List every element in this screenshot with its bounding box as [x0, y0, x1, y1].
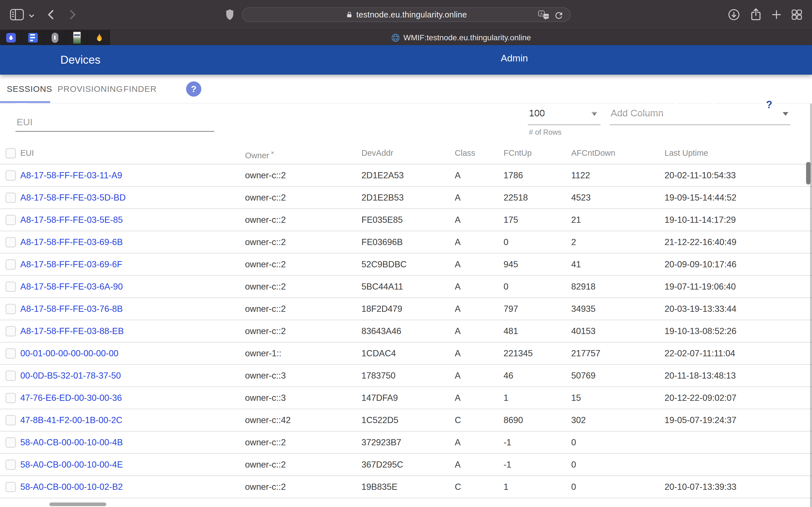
address-bar[interactable]: testnode.eu.thingularity.online A: [242, 7, 571, 22]
col-owner[interactable]: Owner×: [245, 142, 274, 164]
devaddr-cell: 52C9BDBC: [361, 253, 407, 275]
downloads-button[interactable]: [727, 8, 741, 21]
eui-link[interactable]: 47-8B-41-F2-00-1B-00-2C: [20, 409, 122, 431]
table-row: A8-17-58-FF-FE-03-5D-BD owner-c::2 2D1E2…: [0, 187, 812, 209]
row-checkbox[interactable]: [6, 304, 16, 314]
eui-link[interactable]: 00-0D-B5-32-01-78-37-50: [20, 365, 121, 386]
row-checkbox[interactable]: [6, 282, 16, 292]
class-cell: A: [455, 187, 461, 209]
pinned-tab-pill[interactable]: [44, 30, 66, 45]
row-checkbox[interactable]: [6, 193, 16, 203]
refresh-button[interactable]: [704, 98, 718, 112]
back-button[interactable]: [45, 8, 58, 21]
shield-extension-icon[interactable]: [224, 8, 236, 22]
row-checkbox[interactable]: [6, 326, 16, 336]
row-checkbox[interactable]: [6, 482, 16, 492]
eui-link[interactable]: 58-A0-CB-00-00-10-02-B2: [20, 476, 123, 498]
vertical-scrollbar-thumb[interactable]: [806, 162, 811, 184]
col-devaddr[interactable]: DevAddr: [361, 142, 393, 164]
uptime-cell: 19-05-07-19:24:37: [665, 409, 737, 431]
eui-link[interactable]: 47-76-E6-ED-00-30-00-36: [20, 387, 122, 409]
eui-link[interactable]: A8-17-58-FF-FE-03-69-6F: [20, 253, 122, 275]
devaddr-cell: 2D1E2B53: [361, 187, 404, 209]
class-cell: C: [455, 476, 461, 498]
row-checkbox[interactable]: [6, 460, 16, 470]
eui-link[interactable]: A8-17-58-FF-FE-03-5E-85: [20, 209, 123, 231]
class-cell: C: [455, 409, 461, 431]
col-last-uptime[interactable]: Last Uptime: [665, 142, 708, 164]
remove-column-icon[interactable]: ×: [271, 149, 274, 156]
sidebar-chevron-down-icon[interactable]: [28, 13, 35, 18]
table-controls: EUI ? 100 # of Rows Add Column: [0, 104, 812, 142]
uptime-cell: 22-02-07-11:11:04: [665, 342, 735, 364]
tab-overview-button[interactable]: [791, 8, 803, 21]
tab-bar: WMIF:testnode.eu.thingularity.online: [0, 30, 812, 45]
owner-cell: owner-c::2: [245, 432, 286, 453]
fcntup-cell: 481: [504, 320, 518, 342]
account-select[interactable]: Admin: [501, 45, 528, 71]
translate-icon[interactable]: A: [538, 10, 550, 20]
pinned-tab-flame[interactable]: [88, 30, 110, 45]
pinned-tab-list[interactable]: [22, 30, 44, 45]
table-row: 47-76-E6-ED-00-30-00-36 owner-c::3 147DF…: [0, 387, 812, 409]
forward-button[interactable]: [65, 8, 79, 21]
row-checkbox[interactable]: [6, 215, 16, 225]
vertical-scrollbar-track[interactable]: [810, 45, 812, 507]
owner-cell: owner-1::: [245, 342, 282, 364]
tab-finder[interactable]: FINDER: [123, 75, 157, 103]
col-owner-label: Owner: [245, 151, 269, 160]
col-fcntup[interactable]: FCntUp: [504, 142, 532, 164]
tab-provisioning[interactable]: PROVISIONING: [57, 75, 123, 103]
sidebar-toggle-icon[interactable]: [10, 8, 24, 21]
eui-link[interactable]: 58-A0-CB-00-00-10-00-4B: [20, 432, 123, 453]
uptime-cell: 19-09-15-14:44:52: [665, 187, 737, 209]
col-eui[interactable]: EUI: [20, 142, 34, 164]
owner-cell: owner-c::2: [245, 276, 286, 297]
add-column-chevron-down-icon[interactable]: [783, 112, 788, 116]
table-row: 58-A0-CB-00-00-10-00-4E owner-c::2 367D2…: [0, 454, 812, 476]
tab-sessions[interactable]: SESSIONS: [7, 75, 52, 103]
menu-icon[interactable]: [15, 98, 28, 110]
tabs-help-button[interactable]: ?: [186, 81, 201, 97]
reload-icon[interactable]: [554, 10, 564, 20]
eui-link[interactable]: A8-17-58-FF-FE-03-5D-BD: [20, 187, 126, 209]
table-body: A8-17-58-FF-FE-03-11-A9 owner-c::2 2D1E2…: [0, 165, 812, 498]
afcntdown-cell: 2: [571, 231, 576, 253]
select-all-checkbox[interactable]: [6, 148, 16, 158]
row-checkbox[interactable]: [6, 438, 16, 448]
active-tab[interactable]: WMIF:testnode.eu.thingularity.online: [110, 30, 812, 45]
devaddr-cell: 5BC44A11: [361, 276, 403, 297]
owner-cell: owner-c::2: [245, 253, 286, 275]
pinned-tab-drop[interactable]: [0, 30, 22, 45]
fcntup-cell: 1786: [504, 165, 523, 186]
afcntdown-cell: 0: [571, 454, 576, 475]
eui-link[interactable]: A8-17-58-FF-FE-03-6A-90: [20, 276, 123, 297]
owner-cell: owner-c::42: [245, 409, 291, 431]
page-title: Devices: [60, 45, 100, 75]
owner-cell: owner-c::3: [245, 365, 286, 386]
new-tab-button[interactable]: [770, 8, 783, 21]
col-afcntdown[interactable]: AFCntDown: [571, 142, 615, 164]
fcntup-cell: 221345: [504, 342, 532, 364]
header-help-button[interactable]: ?: [762, 98, 776, 112]
uptime-cell: 19-07-11-19:06:40: [665, 276, 736, 297]
eui-link[interactable]: 00-01-00-00-00-00-00-00: [20, 342, 118, 364]
row-checkbox[interactable]: [6, 393, 16, 403]
eui-link[interactable]: 58-A0-CB-00-00-10-00-4E: [20, 454, 123, 475]
row-checkbox[interactable]: [6, 237, 16, 247]
horizontal-scrollbar-thumb[interactable]: [49, 503, 106, 506]
share-button[interactable]: [749, 7, 763, 22]
account-chevron-down-icon[interactable]: [672, 101, 678, 105]
row-checkbox[interactable]: [6, 348, 16, 358]
eui-link[interactable]: A8-17-58-FF-FE-03-11-A9: [20, 165, 122, 186]
row-checkbox[interactable]: [6, 371, 16, 381]
col-class[interactable]: Class: [455, 142, 475, 164]
pinned-tab-photo[interactable]: [66, 30, 88, 45]
eui-link[interactable]: A8-17-58-FF-FE-03-76-8B: [20, 298, 123, 320]
row-checkbox[interactable]: [6, 415, 16, 425]
eui-search-input[interactable]: EUI: [15, 110, 214, 132]
eui-link[interactable]: A8-17-58-FF-FE-03-88-EB: [20, 320, 124, 342]
eui-link[interactable]: A8-17-58-FF-FE-03-69-6B: [20, 231, 123, 253]
row-checkbox[interactable]: [6, 260, 16, 270]
row-checkbox[interactable]: [6, 170, 16, 180]
